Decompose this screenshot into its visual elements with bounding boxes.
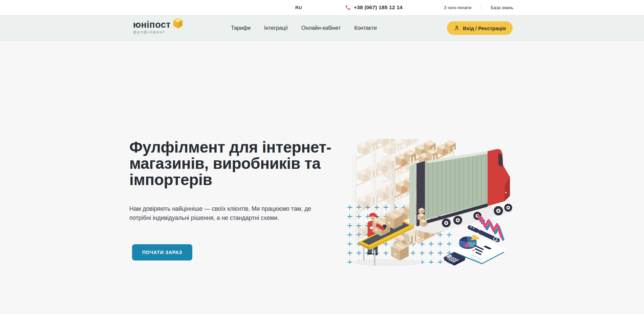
login-register-label: Вхід / Реєстрація xyxy=(463,25,506,31)
next-section-edge xyxy=(0,314,644,318)
nav-item-tariffs[interactable]: Тарифи xyxy=(231,25,251,31)
link-knowledge-base[interactable]: База знань xyxy=(491,5,513,10)
hero-title: Фулфілмент для інтернет- магазинів, виро… xyxy=(129,139,331,188)
start-now-button[interactable]: ПОЧАТИ ЗАРАЗ xyxy=(132,244,192,260)
parcel-cube-icon xyxy=(173,18,183,30)
logo-tagline: фулфілмент xyxy=(133,30,187,35)
user-icon xyxy=(454,25,460,31)
hero-description: Нам довіряють найцінніше — своїх клієнті… xyxy=(129,204,311,222)
hero-section: Фулфілмент для інтернет- магазинів, виро… xyxy=(0,41,644,314)
hero-illustration xyxy=(345,139,515,269)
logo[interactable]: юніпост фулфілмент xyxy=(133,20,187,35)
landing-page: RU +38 (067) 185 12 14 З чого почати Баз… xyxy=(0,0,644,318)
site-header: юніпост фулфілмент Тарифи Інтеграції Онл… xyxy=(0,15,644,41)
topbar-links: З чого почати База знань xyxy=(444,5,513,10)
topbar: RU +38 (067) 185 12 14 З чого почати Баз… xyxy=(0,0,644,15)
cargo-truck-icon xyxy=(408,149,514,234)
main-nav: Тарифи Інтеграції Онлайн-кабінет Контакт… xyxy=(231,15,377,41)
nav-item-contacts[interactable]: Контакти xyxy=(354,25,377,31)
topbar-divider xyxy=(481,5,481,10)
nav-item-online-cabinet[interactable]: Онлайн-кабінет xyxy=(301,25,341,31)
phone-number: +38 (067) 185 12 14 xyxy=(354,4,403,10)
login-register-button[interactable]: Вхід / Реєстрація xyxy=(447,21,513,35)
phone-icon xyxy=(345,5,351,10)
link-how-to-start[interactable]: З чого почати xyxy=(444,5,472,10)
phone-link[interactable]: +38 (067) 185 12 14 xyxy=(345,4,403,10)
nav-item-integrations[interactable]: Інтеграції xyxy=(264,25,288,31)
language-switcher[interactable]: RU xyxy=(295,5,302,10)
